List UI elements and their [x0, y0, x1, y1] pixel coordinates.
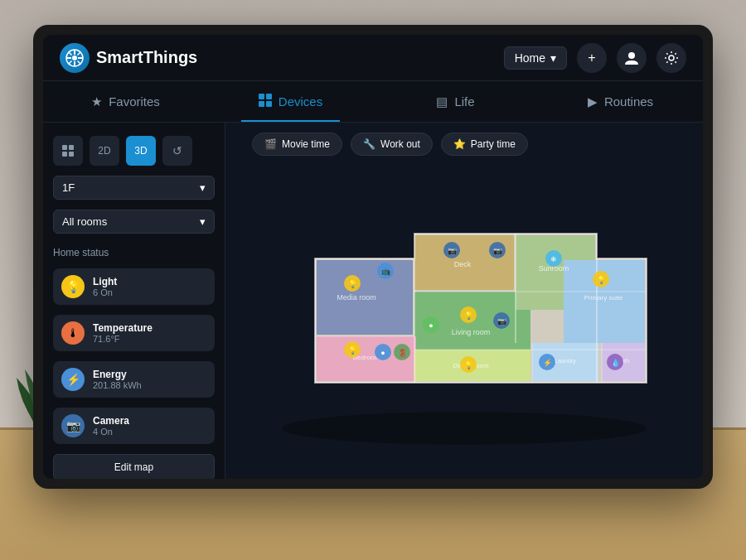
app-header: SmartThings Home ▾ + — [43, 35, 703, 81]
svg-text:Deck: Deck — [454, 260, 472, 268]
movie-label: Movie time — [282, 138, 330, 150]
profile-button[interactable] — [617, 43, 647, 73]
light-name: Light — [93, 276, 117, 287]
light-info: Light 6 On — [93, 276, 117, 297]
room-label: All rooms — [62, 215, 107, 228]
svg-text:●: ● — [429, 321, 433, 330]
svg-rect-15 — [259, 101, 264, 107]
light-icon: 💡 — [61, 275, 85, 298]
svg-line-9 — [78, 51, 81, 55]
logo-area: SmartThings — [60, 43, 504, 73]
svg-text:Primary suite: Primary suite — [584, 294, 623, 302]
home-selector[interactable]: Home ▾ — [504, 46, 567, 70]
2d-label: 2D — [98, 145, 110, 157]
home-dropdown-icon: ▾ — [550, 51, 556, 65]
svg-point-11 — [628, 52, 635, 59]
svg-text:📷: 📷 — [448, 246, 458, 256]
svg-line-8 — [78, 60, 81, 64]
app-logo-icon — [60, 43, 90, 73]
room-dropdown-icon: ▾ — [200, 215, 206, 228]
svg-text:❄: ❄ — [550, 255, 557, 263]
temperature-name: Temperature — [93, 322, 153, 334]
svg-text:🚪: 🚪 — [398, 348, 408, 358]
add-button[interactable]: + — [577, 43, 607, 73]
status-item-temperature[interactable]: 🌡 Temperature 71.6°F — [53, 315, 215, 351]
tab-favorites[interactable]: ★ Favorites — [43, 81, 208, 122]
settings-button[interactable] — [656, 43, 686, 73]
camera-icon: 📷 — [61, 414, 85, 437]
temperature-info: Temperature 71.6°F — [93, 322, 153, 344]
svg-rect-16 — [266, 101, 272, 107]
favorites-label: Favorites — [109, 94, 160, 109]
svg-text:💡: 💡 — [464, 311, 474, 321]
energy-value: 201.88 kWh — [93, 380, 142, 390]
app-name: SmartThings — [96, 48, 197, 67]
energy-info: Energy 201.88 kWh — [93, 369, 142, 390]
workout-button[interactable]: 🔧 Work out — [351, 133, 433, 156]
room-selector[interactable]: All rooms ▾ — [53, 210, 215, 234]
tab-routines[interactable]: ▶ Routines — [538, 81, 703, 122]
svg-text:⚡: ⚡ — [543, 358, 553, 368]
svg-text:📷: 📷 — [497, 316, 507, 326]
history-view-button[interactable]: ↺ — [162, 136, 192, 166]
temperature-value: 71.6°F — [93, 334, 153, 344]
svg-text:●: ● — [380, 349, 385, 357]
routines-label: Routines — [604, 94, 653, 109]
tv-screen: SmartThings Home ▾ + — [43, 35, 703, 479]
energy-icon: ⚡ — [61, 368, 85, 391]
main-content: 2D 3D ↺ 1F ▾ All rooms ▾ — [43, 123, 703, 479]
camera-name: Camera — [93, 415, 129, 427]
party-time-button[interactable]: ⭐ Party time — [441, 133, 528, 156]
camera-value: 4 On — [93, 427, 129, 437]
svg-text:💡: 💡 — [348, 279, 358, 289]
3d-label: 3D — [134, 145, 147, 157]
grid-view-button[interactable] — [53, 136, 83, 166]
status-item-energy[interactable]: ⚡ Energy 201.88 kWh — [53, 361, 215, 398]
status-item-light[interactable]: 💡 Light 6 On — [53, 268, 215, 305]
3d-view-button[interactable]: 3D — [126, 136, 156, 166]
life-label: Life — [454, 94, 474, 109]
svg-point-21 — [282, 412, 647, 445]
floor-dropdown-icon: ▾ — [200, 181, 206, 194]
status-item-camera[interactable]: 📷 Camera 4 On — [53, 408, 215, 444]
floor-plan: Media room Living room Deck Sunroom Prim… — [249, 184, 680, 449]
floor-plan-container: Media room Living room Deck Sunroom Prim… — [235, 164, 693, 469]
sidebar: 2D 3D ↺ 1F ▾ All rooms ▾ — [43, 123, 225, 479]
svg-rect-17 — [62, 145, 67, 150]
devices-icon — [259, 94, 272, 109]
view-controls: 2D 3D ↺ — [53, 136, 215, 166]
scene-buttons: 🎬 Movie time 🔧 Work out ⭐ Party time — [252, 133, 528, 156]
tab-devices[interactable]: Devices — [208, 81, 373, 122]
devices-label: Devices — [279, 94, 322, 109]
light-value: 6 On — [93, 287, 117, 297]
home-label: Home — [515, 51, 545, 65]
floor-selector[interactable]: 1F ▾ — [53, 176, 215, 200]
map-area: 🎬 Movie time 🔧 Work out ⭐ Party time — [225, 123, 703, 479]
svg-text:💡: 💡 — [597, 275, 607, 285]
life-icon: ▤ — [436, 94, 448, 109]
movie-time-button[interactable]: 🎬 Movie time — [252, 133, 342, 156]
svg-text:💧: 💧 — [611, 358, 621, 368]
party-icon: ⭐ — [453, 138, 466, 150]
svg-text:📷: 📷 — [493, 246, 503, 256]
svg-point-2 — [72, 56, 77, 60]
camera-info: Camera 4 On — [93, 415, 129, 437]
svg-line-7 — [69, 51, 72, 55]
favorites-icon: ★ — [91, 94, 102, 109]
movie-icon: 🎬 — [264, 138, 277, 150]
svg-line-10 — [69, 60, 72, 64]
nav-tabs: ★ Favorites Devices ▤ Life — [43, 81, 703, 123]
temperature-icon: 🌡 — [61, 321, 85, 345]
svg-rect-19 — [62, 152, 67, 157]
workout-icon: 🔧 — [363, 138, 375, 150]
edit-map-button[interactable]: Edit map — [53, 454, 215, 479]
svg-text:📺: 📺 — [381, 267, 391, 277]
2d-view-button[interactable]: 2D — [90, 136, 119, 166]
svg-text:Living room: Living room — [452, 328, 491, 336]
home-status-label: Home status — [53, 247, 215, 258]
floor-plan-svg: Media room Living room Deck Sunroom Prim… — [249, 184, 680, 449]
tab-life[interactable]: ▤ Life — [373, 81, 538, 122]
svg-rect-20 — [69, 152, 74, 157]
svg-rect-13 — [259, 94, 264, 99]
svg-text:Media room: Media room — [337, 293, 376, 302]
